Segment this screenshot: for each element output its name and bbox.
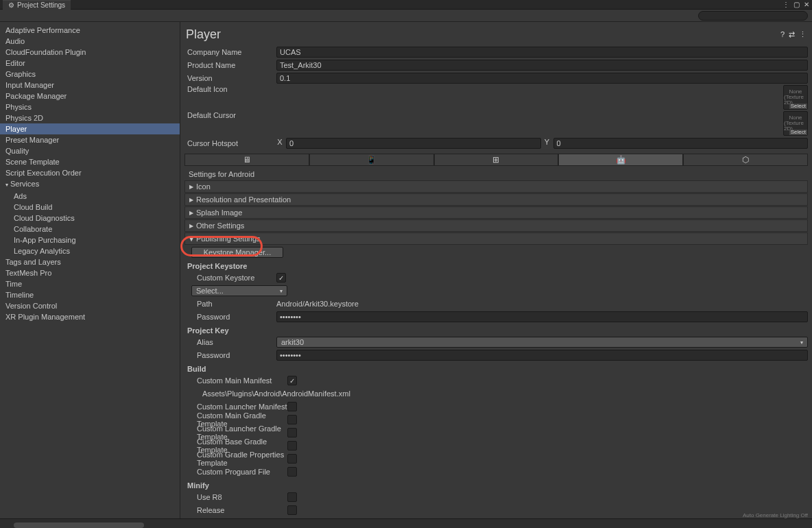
select-texture-button[interactable]: Select xyxy=(789,104,807,109)
sidebar-item-collaborate[interactable]: Collaborate xyxy=(0,224,180,235)
alias-dropdown[interactable]: arkit30 xyxy=(276,337,808,348)
alias-value: arkit30 xyxy=(281,338,304,346)
custom-keystore-checkbox[interactable] xyxy=(276,273,286,283)
hotspot-x-input[interactable] xyxy=(286,138,541,149)
select-cursor-button[interactable]: Select xyxy=(789,130,807,135)
key-password-input[interactable] xyxy=(276,350,808,361)
section-splash-label: Splash Image xyxy=(196,208,242,217)
sidebar-item-physics[interactable]: Physics xyxy=(0,101,180,112)
release-checkbox[interactable] xyxy=(287,505,297,515)
custom-launcher-manifest-label: Custom Launcher Manifest xyxy=(184,403,287,411)
default-cursor-slot[interactable]: None (Texture 2D) Select xyxy=(783,111,808,136)
sidebar-item-timeline[interactable]: Timeline xyxy=(0,289,180,300)
preset-icon[interactable]: ⇄ xyxy=(789,30,795,39)
sidebar-item-script-exec[interactable]: Script Execution Order xyxy=(0,167,180,178)
sidebar-item-audio[interactable]: Audio xyxy=(0,36,180,47)
sidebar-item-cloudfoundation[interactable]: CloudFoundation Plugin xyxy=(0,47,180,58)
custom-main-gradle-checkbox[interactable] xyxy=(287,415,297,424)
sidebar-item-iap[interactable]: In-App Purchasing xyxy=(0,235,180,245)
build-title: Build xyxy=(184,362,808,374)
company-input[interactable] xyxy=(276,47,808,58)
window-title: Project Settings xyxy=(17,1,65,9)
sidebar-item-textmesh[interactable]: TextMesh Pro xyxy=(0,267,180,278)
sidebar-item-cloud-diag[interactable]: Cloud Diagnostics xyxy=(0,213,180,224)
default-icon-label: Default Icon xyxy=(184,85,276,93)
sidebar-item-time[interactable]: Time xyxy=(0,278,180,289)
section-resolution[interactable]: ▶Resolution and Presentation xyxy=(184,193,808,206)
default-icon-slot[interactable]: None (Texture 2D) Select xyxy=(783,85,808,110)
sidebar-item-graphics[interactable]: Graphics xyxy=(0,69,180,80)
keystore-manager-button[interactable]: Keystore Manager... xyxy=(191,247,283,258)
key-password-label: Password xyxy=(184,351,276,359)
custom-base-gradle-checkbox[interactable] xyxy=(287,441,297,451)
section-publishing[interactable]: ▶Publishing Settings xyxy=(184,232,808,245)
company-label: Company Name xyxy=(184,48,276,56)
keystore-password-input[interactable] xyxy=(276,311,808,322)
sidebar-item-ads[interactable]: Ads xyxy=(0,191,180,202)
section-icon[interactable]: ▶Icon xyxy=(184,180,808,193)
sidebar-item-editor[interactable]: Editor xyxy=(0,58,180,69)
hotspot-y-label: Y xyxy=(544,138,551,149)
help-icon[interactable]: ? xyxy=(780,30,785,39)
settings-sidebar: Adaptive Performance Audio CloudFoundati… xyxy=(0,22,180,518)
sidebar-item-scene-template[interactable]: Scene Template xyxy=(0,156,180,167)
project-settings-tab[interactable]: ⚙ Project Settings xyxy=(3,0,71,10)
windows-icon: ⊞ xyxy=(492,155,499,165)
page-title: Player xyxy=(186,27,221,42)
search-input[interactable] xyxy=(698,11,808,21)
sidebar-item-legacy-analytics[interactable]: Legacy Analytics xyxy=(0,245,180,256)
product-input[interactable] xyxy=(276,60,808,71)
hotspot-label: Cursor Hotspot xyxy=(184,139,276,147)
password-label: Password xyxy=(184,313,276,321)
maximize-icon[interactable]: ▢ xyxy=(793,1,800,8)
custom-main-manifest-label: Custom Main Manifest xyxy=(184,376,287,385)
version-label: Version xyxy=(184,74,276,82)
section-icon-label: Icon xyxy=(196,182,211,191)
minify-title: Minify xyxy=(184,479,808,491)
desktop-icon: 🖥 xyxy=(243,155,251,165)
path-label: Path xyxy=(184,300,276,308)
platform-tab-web[interactable]: ⬡ xyxy=(683,154,808,166)
alias-label: Alias xyxy=(184,338,276,346)
sidebar-item-package-manager[interactable]: Package Manager xyxy=(0,91,180,101)
hotspot-y-input[interactable] xyxy=(553,138,809,149)
keystore-select-dropdown[interactable]: Select... xyxy=(191,285,287,296)
custom-launcher-manifest-checkbox[interactable] xyxy=(287,402,297,411)
section-other[interactable]: ▶Other Settings xyxy=(184,219,808,232)
sidebar-item-xr[interactable]: XR Plugin Management xyxy=(0,311,180,322)
project-key-title: Project Key xyxy=(184,324,808,336)
sidebar-item-preset-manager[interactable]: Preset Manager xyxy=(0,134,180,145)
dock-icon[interactable]: ⋮ xyxy=(783,1,789,8)
sidebar-item-tags[interactable]: Tags and Layers xyxy=(0,256,180,267)
hotspot-x-label: X xyxy=(276,138,283,149)
sidebar-item-services[interactable]: Services xyxy=(0,178,180,191)
platform-tab-android[interactable]: 🤖 xyxy=(558,154,683,166)
custom-main-manifest-checkbox[interactable] xyxy=(287,376,297,385)
custom-gradle-props-label: Custom Gradle Properties Template xyxy=(184,451,287,467)
sidebar-item-cloud-build[interactable]: Cloud Build xyxy=(0,202,180,213)
product-label: Product Name xyxy=(184,61,276,69)
web-icon: ⬡ xyxy=(742,155,749,165)
sidebar-item-input-manager[interactable]: Input Manager xyxy=(0,80,180,91)
use-r8-checkbox[interactable] xyxy=(287,492,297,502)
custom-launcher-gradle-checkbox[interactable] xyxy=(287,428,297,437)
sidebar-item-adaptive[interactable]: Adaptive Performance xyxy=(0,25,180,36)
version-input[interactable] xyxy=(276,73,808,84)
sidebar-item-quality[interactable]: Quality xyxy=(0,145,180,156)
custom-proguard-checkbox[interactable] xyxy=(287,467,297,477)
platform-tab-desktop[interactable]: 🖥 xyxy=(184,154,309,166)
section-splash[interactable]: ▶Splash Image xyxy=(184,206,808,219)
section-publishing-label: Publishing Settings xyxy=(196,235,261,243)
section-resolution-label: Resolution and Presentation xyxy=(196,195,291,204)
sidebar-item-player[interactable]: Player xyxy=(0,123,180,134)
platform-tab-ios[interactable]: 📱 xyxy=(309,154,434,166)
sidebar-item-version-control[interactable]: Version Control xyxy=(0,300,180,311)
custom-gradle-props-checkbox[interactable] xyxy=(287,454,297,464)
close-icon[interactable]: ✕ xyxy=(804,1,809,8)
lighting-label: Auto Generate Lighting Off xyxy=(743,512,808,518)
settings-icon[interactable]: ⋮ xyxy=(799,30,807,39)
sidebar-item-physics2d[interactable]: Physics 2D xyxy=(0,112,180,123)
platform-tab-windows[interactable]: ⊞ xyxy=(434,154,559,166)
ios-icon: 📱 xyxy=(366,155,377,165)
release-label: Release xyxy=(184,506,287,514)
